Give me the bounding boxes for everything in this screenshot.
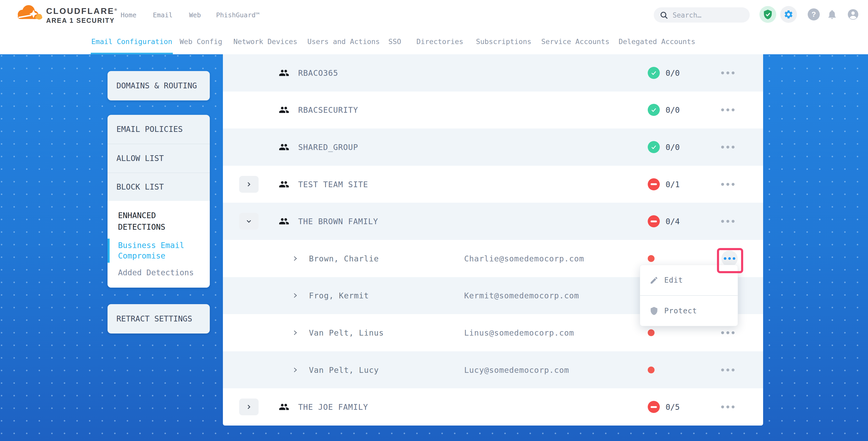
brand-name: CLOUDFLARE — [46, 6, 114, 16]
group-name: THE JOE FAMILY — [298, 403, 368, 412]
protected-count: 0/4 — [665, 217, 680, 226]
row-menu-button[interactable] — [720, 216, 736, 226]
menu-item-edit[interactable]: Edit — [640, 265, 738, 295]
chevron-right-icon — [292, 367, 299, 373]
topnav-phishguard[interactable]: PhishGuard™ — [216, 0, 259, 30]
tab-sso[interactable]: SSO — [389, 30, 401, 54]
settings-button[interactable] — [780, 6, 797, 23]
topnav-email[interactable]: Email — [153, 0, 173, 30]
notifications-button[interactable] — [824, 6, 840, 23]
row-menu-button[interactable] — [720, 105, 736, 115]
sidebar-item-email-policies[interactable]: EMAIL POLICIES — [107, 115, 210, 144]
protected-count: 0/0 — [665, 143, 680, 152]
email-policies-card: EMAIL POLICIES ALLOW LIST BLOCK LIST ENH… — [107, 115, 210, 288]
member-email: Linus@somedemocorp.com — [464, 328, 574, 337]
tab-email-configuration[interactable]: Email Configuration — [91, 30, 172, 54]
section-tabs: Email Configuration Web Config Network D… — [0, 30, 868, 54]
row-actions-button[interactable] — [721, 250, 738, 266]
trademark: ® — [114, 8, 118, 11]
chevron-right-icon — [292, 329, 299, 336]
retract-settings-card: RETRACT SETTINGS — [107, 304, 210, 334]
collapse-row-button[interactable] — [239, 213, 258, 230]
domains-routing-card: DOMAINS & ROUTING — [107, 71, 210, 100]
row-menu-button[interactable] — [720, 142, 736, 152]
app-header: CLOUDFLARE® AREA 1 SECURITY Home Email W… — [0, 0, 868, 30]
expand-row-button[interactable] — [239, 399, 258, 415]
table-row-group[interactable]: THE JOE FAMILY 0/5 — [223, 388, 763, 426]
sidebar-item-domains-routing[interactable]: DOMAINS & ROUTING — [107, 71, 210, 100]
sidebar-item-block-list[interactable]: BLOCK LIST — [107, 172, 210, 201]
sidebar-item-added-detections[interactable]: Added Detections — [118, 268, 203, 277]
status-dot-alert — [648, 367, 655, 373]
shield-check-icon — [763, 9, 773, 20]
status-badge-ok — [648, 67, 660, 79]
row-menu-button[interactable] — [720, 365, 736, 375]
status-dot-alert — [648, 255, 655, 262]
row-menu-button[interactable] — [720, 327, 736, 338]
row-menu-button[interactable] — [720, 68, 736, 78]
account-button[interactable] — [845, 6, 862, 23]
member-name: Van Pelt, Lucy — [309, 365, 379, 374]
tab-delegated-accounts[interactable]: Delegated Accounts — [619, 30, 695, 54]
help-button[interactable]: ? — [805, 6, 822, 23]
group-name: TEST TEAM SITE — [298, 180, 368, 189]
member-name: Frog, Kermit — [309, 291, 369, 300]
sidebar-item-retract-settings[interactable]: RETRACT SETTINGS — [107, 304, 210, 334]
tab-directories[interactable]: Directories — [416, 30, 463, 54]
tab-users-and-actions[interactable]: Users and Actions — [307, 30, 380, 54]
status-badge-ok — [648, 141, 660, 153]
group-name: RBACSECURITY — [298, 105, 358, 115]
member-name: Van Pelt, Linus — [309, 328, 384, 337]
menu-item-label: Edit — [664, 276, 683, 284]
chevron-right-icon — [292, 292, 299, 299]
tab-service-accounts[interactable]: Service Accounts — [541, 30, 610, 54]
shield-icon — [650, 307, 658, 315]
table-row-member[interactable]: Van Pelt, Lucy Lucy@somedemocorp.com — [223, 351, 763, 388]
minus-icon — [651, 406, 657, 408]
status-badge-ok — [648, 104, 660, 116]
protected-count: 0/0 — [665, 105, 680, 115]
status-badge-alert — [648, 178, 660, 190]
table-row-group[interactable]: TEST TEAM SITE 0/1 — [223, 166, 763, 203]
enhanced-detections-heading: ENHANCED DETECTIONS — [118, 210, 203, 233]
status-badge-alert — [648, 401, 660, 413]
row-menu-button[interactable] — [720, 402, 736, 412]
protection-status-button[interactable] — [760, 6, 776, 23]
groups-table: RBACO365 0/0 RBACSECURITY 0/0 SHARED_GRO… — [223, 54, 763, 426]
tab-web-config[interactable]: Web Config — [180, 30, 222, 54]
member-email: Lucy@somedemocorp.com — [464, 365, 569, 374]
tab-subscriptions[interactable]: Subscriptions — [476, 30, 531, 54]
sidebar-item-allow-list[interactable]: ALLOW LIST — [107, 144, 210, 172]
table-row-group[interactable]: RBACSECURITY 0/0 — [223, 92, 763, 129]
table-row-group[interactable]: THE BROWN FAMILY 0/4 — [223, 203, 763, 240]
check-icon — [652, 108, 656, 112]
menu-item-protect[interactable]: Protect — [640, 295, 738, 326]
group-icon — [279, 105, 289, 115]
topnav-home[interactable]: Home — [121, 0, 136, 30]
chevron-right-icon — [245, 403, 252, 411]
table-row-group[interactable]: RBACO365 0/0 — [223, 54, 763, 92]
search-input[interactable] — [672, 7, 747, 23]
chevron-right-icon — [292, 255, 299, 262]
sidebar-item-business-email-compromise[interactable]: Business Email Compromise — [118, 240, 203, 261]
member-email: Charlie@somedemocorp.com — [464, 254, 584, 263]
bell-icon — [827, 9, 838, 20]
check-icon — [652, 146, 656, 149]
group-icon — [279, 68, 289, 78]
member-email: Kermit@somedemocorp.com — [464, 291, 579, 300]
group-icon — [279, 402, 289, 412]
row-menu-button[interactable] — [720, 179, 736, 189]
pencil-icon — [650, 276, 658, 285]
protected-count: 0/5 — [665, 403, 680, 412]
status-badge-alert — [648, 215, 660, 227]
tab-network-devices[interactable]: Network Devices — [234, 30, 298, 54]
chevron-right-icon — [245, 181, 252, 188]
brand-subtitle: AREA 1 SECURITY — [46, 17, 118, 24]
expand-row-button[interactable] — [239, 176, 258, 193]
search-box[interactable] — [654, 7, 750, 23]
check-icon — [652, 71, 656, 74]
account-icon — [847, 8, 859, 21]
minus-icon — [651, 220, 657, 222]
table-row-group[interactable]: SHARED_GROUP 0/0 — [223, 128, 763, 166]
topnav-web[interactable]: Web — [189, 0, 201, 30]
